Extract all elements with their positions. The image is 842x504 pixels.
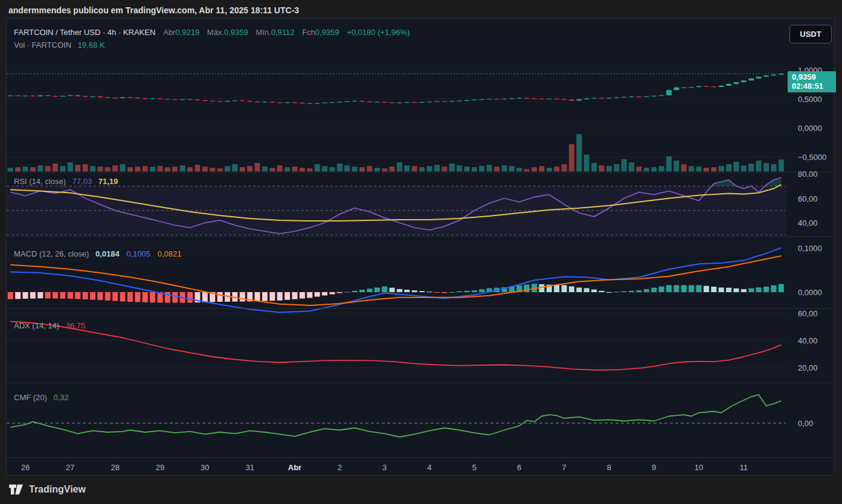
candle-body [681,88,687,88]
volume-bar [532,167,537,171]
symbol-legend: FARTCOIN / Tether USD · 4h · KRAKEN Abr0… [14,28,410,37]
macd-histogram-bar [90,292,95,300]
candle-body [300,103,305,103]
time-axis-tick: 6 [517,463,521,472]
tradingview-logo[interactable]: TradingView [8,483,86,496]
volume-bar [404,165,410,171]
macd-pane-legend[interactable]: MACD (12, 26, close) 0,0184 0,1005 0,082… [14,249,181,258]
candle-body [569,100,574,101]
price-axis-tick: 20,00 [798,363,818,372]
chart-widget[interactable]: FARTCOIN / Tether USD · 4h · KRAKEN Abr0… [6,18,835,476]
macd-histogram-bar [329,292,335,294]
macd-histogram-bar [284,292,290,300]
macd-histogram-bar [8,292,13,299]
volume-bar [696,167,701,171]
candle-body [741,80,747,82]
volume-bar [277,165,283,171]
volume-bar [673,161,679,171]
macd-histogram-bar [689,285,694,292]
candle-body [194,100,200,100]
price-axis-tick: 0,1000 [798,244,822,253]
time-axis-tick: 26 [21,463,30,472]
macd-histogram-bar [300,292,305,299]
candle-body [359,101,365,101]
rsi-pane-legend[interactable]: RSI (14, close) 77,03 71,19 [14,177,118,186]
candle-body [576,99,582,100]
chart-canvas[interactable] [7,19,835,474]
macd-histogram-bar [442,292,447,293]
volume-bar [426,166,432,171]
change-value: +0,0180 (+1,96%) [347,28,410,37]
volume-bar [779,159,784,171]
last-price-label: 0,9359 02:48:51 [788,71,836,92]
candle-body [374,102,380,103]
volume-bar [659,166,664,171]
time-axis-tick: 3 [382,463,387,472]
macd-histogram-bar [763,287,769,292]
volume-bar [8,168,13,171]
volume-bar [374,168,380,171]
cmf-pane-legend[interactable]: CMF (20) 0,32 [14,393,69,402]
macd-histogram-bar [367,289,372,292]
macd-histogram-bar [673,285,679,292]
candle-body [599,98,604,98]
volume-bar [210,168,215,171]
macd-histogram-bar [255,292,260,301]
time-axis-tick: 11 [740,463,748,472]
candle-body [8,95,13,96]
close-label: Fch [302,28,315,37]
candle-body [622,97,627,98]
volume-bar [763,163,769,171]
volume-legend: Vol · FARTCOIN 19,68 K [14,40,111,49]
volume-bar [547,168,552,171]
macd-histogram-bar [135,292,140,302]
macd-histogram-bar [733,289,739,292]
candle-body [644,97,649,97]
candle-body [277,103,283,103]
currency-toggle-button[interactable]: USDT [789,25,832,43]
volume-bar [479,166,484,171]
volume-bar [569,144,574,171]
volume-bar [53,164,58,171]
symbol-title[interactable]: FARTCOIN / Tether USD · 4h · KRAKEN [14,28,155,37]
macd-histogram-bar [352,291,358,292]
high-value: 0,9359 [224,28,248,37]
time-axis-tick: 4 [427,463,431,472]
time-axis-tick: 9 [652,463,656,472]
macd-histogram-bar [277,292,283,301]
candle-body [60,96,65,97]
volume-bar [539,166,544,171]
candle-body [554,99,559,100]
macd-histogram-bar [622,292,627,292]
candle-body [561,99,567,100]
macd-histogram-bar [75,292,80,299]
macd-histogram-bar [412,290,417,292]
attribution-text: andermmendes publicou em TradingView.com… [8,4,299,17]
volume-bar [344,165,350,171]
volume-bar [180,165,185,171]
volume-bar [644,168,649,171]
low-label: Mín. [255,28,271,37]
candle-body [240,100,245,101]
macd-histogram-bar [741,289,747,292]
volume-bar [636,167,641,171]
volume-bar [748,164,754,171]
volume-bar [262,167,268,171]
volume-bar [337,164,342,171]
candle-body [202,100,208,101]
candle-body [262,102,268,103]
macd-histogram-bar [15,292,21,299]
candle-body [30,95,36,96]
candle-body [322,103,327,103]
volume-bar [120,164,126,171]
macd-histogram-bar [105,292,111,301]
cmf-line [10,395,781,437]
macd-histogram-bar [240,292,245,302]
candle-body [651,96,657,97]
candle-body [501,99,507,100]
adx-pane-legend[interactable]: ADX (14, 14) 36,75 [14,321,85,330]
price-axis-tick: 60,00 [798,194,818,203]
candle-body [127,97,133,98]
volume-bar [457,165,462,171]
time-axis-tick: 10 [695,463,703,472]
